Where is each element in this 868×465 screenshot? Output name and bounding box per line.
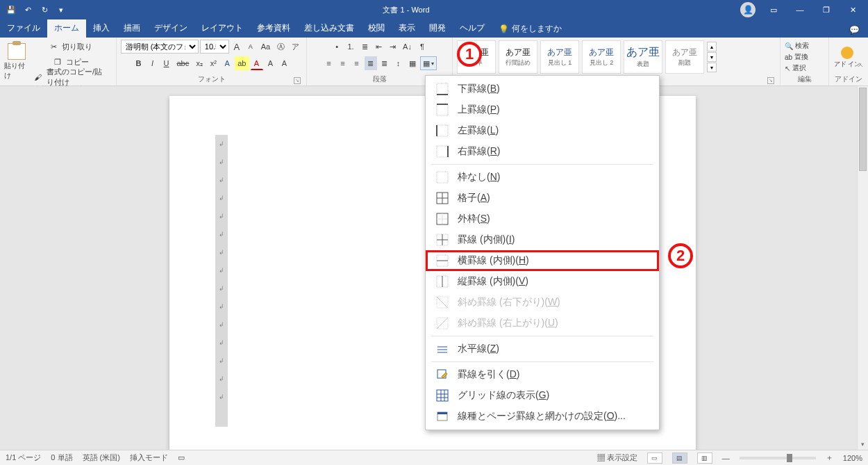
style-subtitle[interactable]: あア亜副題: [665, 40, 704, 74]
menu-horizontal-line[interactable]: 水平線(Z): [426, 338, 659, 359]
char-border-button[interactable]: A: [278, 56, 291, 70]
strikethrough-button[interactable]: abc: [174, 56, 192, 70]
menu-top-border[interactable]: 上罫線(P): [426, 99, 659, 120]
replace-button[interactable]: ab置換: [785, 52, 809, 62]
qat-more-icon[interactable]: ▾: [54, 3, 68, 17]
align-left-button[interactable]: ≡: [323, 56, 335, 70]
align-right-button[interactable]: ≡: [351, 56, 363, 70]
change-case-button[interactable]: Aa: [258, 40, 273, 54]
show-marks-button[interactable]: ¶: [416, 40, 428, 54]
styles-expand[interactable]: ▾: [707, 63, 717, 72]
view-web-layout[interactable]: ▥: [697, 452, 712, 464]
tab-insert[interactable]: 挿入: [86, 19, 117, 38]
tab-layout[interactable]: レイアウト: [194, 19, 250, 38]
tab-view[interactable]: 表示: [392, 19, 422, 38]
status-word-count[interactable]: 0 単語: [51, 452, 72, 463]
style-nospacing[interactable]: あア亜行間詰め: [499, 40, 537, 74]
shrink-font-button[interactable]: A: [244, 40, 257, 54]
zoom-level[interactable]: 120%: [843, 454, 862, 462]
tab-mailings[interactable]: 差し込み文書: [297, 19, 361, 38]
font-size-select[interactable]: 10.5: [200, 40, 229, 54]
italic-button[interactable]: I: [147, 56, 159, 70]
decrease-indent-button[interactable]: ⇤: [372, 40, 385, 54]
font-name-select[interactable]: 游明朝 (本文のフォン: [121, 40, 199, 54]
menu-inside-borders[interactable]: 罫線 (内側)(I): [426, 229, 659, 250]
menu-borders-and-shading-dialog[interactable]: 線種とページ罫線と網かけの設定(O)...: [426, 406, 659, 427]
zoom-out-button[interactable]: —: [722, 454, 730, 462]
status-macro-icon[interactable]: ▭: [178, 453, 185, 462]
undo-icon[interactable]: ↶: [21, 3, 35, 17]
styles-dialog-launcher[interactable]: ↘: [767, 77, 774, 84]
redo-icon[interactable]: ↻: [37, 3, 51, 17]
tab-developer[interactable]: 開発: [422, 19, 453, 38]
restore-icon[interactable]: ❐: [818, 1, 835, 18]
borders-button[interactable]: ▦▾: [420, 56, 437, 70]
find-button[interactable]: 🔍検索: [785, 41, 809, 51]
align-center-button[interactable]: ≡: [337, 56, 349, 70]
tab-references[interactable]: 参考資料: [250, 19, 297, 38]
sort-button[interactable]: A↓: [400, 40, 415, 54]
underline-button[interactable]: U: [160, 56, 173, 70]
tab-home[interactable]: ホーム: [47, 19, 86, 38]
font-dialog-launcher[interactable]: ↘: [294, 77, 301, 84]
account-icon[interactable]: 👤: [740, 2, 756, 17]
subscript-button[interactable]: x₂: [193, 56, 206, 70]
bullets-button[interactable]: •: [331, 40, 343, 54]
display-settings-button[interactable]: ▦ 表示設定: [597, 452, 637, 463]
selected-column[interactable]: ↲↲↲↲↲ ↲↲↲↲↲ ↲↲↲↲↲: [215, 135, 228, 427]
numbering-button[interactable]: 1.: [344, 40, 357, 54]
menu-inside-horizontal-border[interactable]: 横罫線 (内側)(H): [426, 250, 659, 271]
tab-design[interactable]: デザイン: [147, 19, 194, 38]
superscript-button[interactable]: x²: [207, 56, 219, 70]
menu-view-gridlines[interactable]: グリッド線の表示(G): [426, 385, 659, 406]
grow-font-button[interactable]: A: [231, 40, 243, 54]
menu-right-border[interactable]: 右罫線(R): [426, 141, 659, 162]
tab-draw[interactable]: 描画: [117, 19, 147, 38]
view-read-mode[interactable]: ▭: [647, 452, 662, 464]
line-spacing-button[interactable]: ↕: [392, 56, 405, 70]
tab-file[interactable]: ファイル: [0, 19, 47, 38]
zoom-slider-thumb[interactable]: [787, 454, 792, 462]
menu-bottom-border[interactable]: 下罫線(B): [426, 79, 659, 99]
distributed-button[interactable]: ≣: [378, 56, 391, 70]
increase-indent-button[interactable]: ⇥: [386, 40, 399, 54]
tab-help[interactable]: ヘルプ: [453, 19, 492, 38]
share-icon[interactable]: 💬: [841, 22, 868, 38]
save-icon[interactable]: 💾: [4, 3, 18, 17]
paste-button[interactable]: 貼り付け: [4, 43, 28, 81]
clear-format-button[interactable]: Ⓐ: [274, 40, 287, 54]
zoom-in-button[interactable]: ＋: [826, 452, 833, 463]
style-heading2[interactable]: あア亜見出し 2: [582, 40, 621, 74]
status-insert-mode[interactable]: 挿入モード: [130, 452, 168, 463]
zoom-slider[interactable]: [740, 457, 816, 459]
text-effects-button[interactable]: A: [221, 56, 233, 70]
style-heading1[interactable]: あア亜見出し 1: [540, 40, 579, 74]
ribbon-display-options-icon[interactable]: ▭: [765, 1, 782, 18]
collapse-ribbon-icon[interactable]: ㅅ: [857, 60, 864, 70]
style-title[interactable]: あア亜表題: [624, 40, 662, 74]
highlight-button[interactable]: ab: [235, 56, 249, 70]
enclose-char-button[interactable]: A: [265, 56, 277, 70]
vertical-scrollbar[interactable]: ▴ ▾: [857, 86, 868, 450]
phonetic-guide-button[interactable]: ア: [289, 40, 302, 54]
minimize-icon[interactable]: —: [792, 1, 808, 18]
font-color-button[interactable]: A: [251, 56, 263, 70]
tell-me-search[interactable]: 💡 何をしますか: [492, 20, 569, 38]
menu-all-borders[interactable]: 格子(A): [426, 188, 659, 209]
menu-left-border[interactable]: 左罫線(L): [426, 120, 659, 141]
scroll-down-icon[interactable]: ▾: [858, 439, 868, 450]
shading-button[interactable]: ▦: [406, 56, 419, 70]
menu-draw-table[interactable]: 罫線を引く(D): [426, 364, 659, 385]
menu-inside-vertical-border[interactable]: 縦罫線 (内側)(V): [426, 271, 659, 292]
status-language[interactable]: 英語 (米国): [83, 452, 120, 463]
justify-button[interactable]: ≣: [365, 56, 377, 70]
close-icon[interactable]: ✕: [844, 1, 861, 18]
multilevel-list-button[interactable]: ≣: [358, 40, 371, 54]
select-button[interactable]: ↖選択: [785, 63, 809, 73]
menu-outside-borders[interactable]: 外枠(S): [426, 209, 659, 229]
status-page[interactable]: 1/1 ページ: [6, 452, 41, 463]
format-painter-button[interactable]: 🖌 書式のコピー/貼り付け: [31, 70, 112, 84]
styles-scroll-up[interactable]: ▴: [707, 42, 717, 51]
tab-review[interactable]: 校閲: [361, 19, 392, 38]
view-print-layout[interactable]: ▤: [672, 452, 687, 464]
